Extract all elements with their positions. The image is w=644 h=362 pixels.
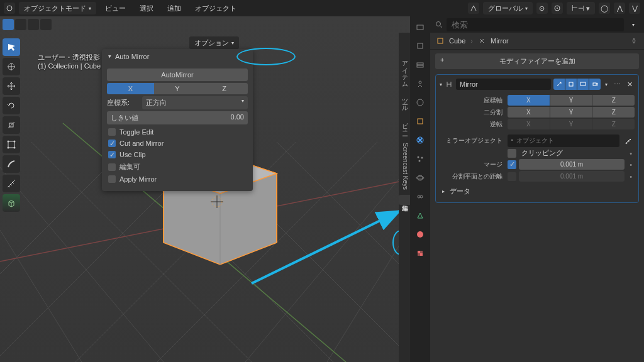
orientation-dropdown[interactable]: グローバル▾ [483, 2, 533, 14]
use-clip-check[interactable]: ✓Use Clip [107, 149, 248, 160]
merge-checkbox[interactable]: ✓ [508, 160, 516, 169]
ptab-viewlayer[interactable] [413, 58, 427, 72]
close-icon[interactable]: ✕ [625, 80, 635, 89]
svg-line-77 [440, 26, 442, 28]
mod-axis-x[interactable]: X [508, 95, 550, 106]
orientation-label: グローバル [488, 4, 523, 13]
pin-icon[interactable] [630, 37, 638, 45]
add-modifier-button[interactable]: + モディファイアーを追加 [435, 53, 639, 69]
select-mode-2[interactable] [15, 19, 26, 30]
editable-check[interactable]: 編集可 [107, 160, 248, 173]
orientation-icon[interactable] [468, 3, 479, 14]
vis-edit-icon[interactable] [553, 79, 565, 90]
extras-icon[interactable]: ⋯ [612, 80, 623, 89]
crumb-modifier[interactable]: Mirror [491, 37, 509, 45]
vis-cage-icon[interactable] [565, 79, 577, 90]
ptab-data[interactable] [413, 209, 427, 222]
tool-cursor[interactable] [3, 58, 20, 75]
axis-x[interactable]: X [107, 83, 154, 94]
viewport-3d[interactable]: ユーザー・透視投影 (1) Collection | Cube Z Y X オプ… [0, 16, 410, 362]
editor-type-icon[interactable] [4, 3, 15, 14]
chevron-down-icon[interactable]: ▾ [440, 82, 442, 87]
menu-add[interactable]: 追加 [162, 2, 186, 14]
tool-annotate[interactable] [3, 155, 20, 173]
ptab-particles[interactable] [413, 152, 427, 166]
toggle-edit-check[interactable]: Toggle Edit [107, 126, 248, 138]
dot-icon[interactable]: • [627, 150, 635, 157]
tab-tool[interactable]: ツール [399, 89, 410, 113]
select-mode-3[interactable] [28, 19, 39, 30]
menu-object[interactable]: オブジェクト [190, 2, 242, 14]
ptab-object[interactable] [413, 114, 427, 128]
svg-point-34 [14, 147, 16, 149]
eyedropper-icon[interactable] [622, 137, 635, 145]
chevron-right-icon[interactable]: ▸ [440, 189, 447, 194]
tool-scale[interactable] [3, 116, 20, 134]
crumb-object[interactable]: Cube [449, 37, 465, 45]
ptab-constraints[interactable] [413, 190, 427, 204]
mod-bisect-z[interactable]: Z [592, 107, 635, 118]
threshold-field[interactable]: しきい値0.00 [107, 111, 248, 124]
proportional-icon[interactable]: ◯ [599, 3, 610, 14]
modifier-icon [478, 37, 486, 45]
snap-dropdown[interactable]: ⊢⊣ ▾ [567, 2, 595, 14]
mode-dropdown[interactable]: オブジェクトモード▾ [19, 2, 96, 14]
n-panel-header[interactable]: ▸ Auto Mirror [102, 49, 253, 64]
snap-icon[interactable] [552, 3, 563, 14]
modifier-name-field[interactable]: Mirror [456, 79, 551, 90]
add-modifier-label: モディファイアーを追加 [499, 57, 575, 65]
search-input[interactable] [447, 18, 624, 31]
menu-select[interactable]: 選択 [135, 2, 158, 14]
ptab-world[interactable] [413, 96, 427, 109]
ptab-material[interactable] [413, 228, 427, 241]
tool-transform[interactable] [3, 136, 20, 153]
axis-z[interactable]: Z [201, 83, 248, 94]
svg-point-68 [418, 175, 423, 180]
tool-measure[interactable] [3, 175, 20, 192]
bisectdist-checkbox[interactable] [508, 172, 516, 181]
filter-icon[interactable]: ▾ [628, 19, 639, 30]
tool-select-box[interactable] [3, 38, 20, 56]
select-mode-4[interactable] [40, 19, 52, 30]
chevron-right-icon: › [470, 37, 473, 45]
data-section-label[interactable]: データ [450, 187, 470, 196]
modifier-visibility [553, 79, 601, 90]
cut-mirror-check[interactable]: ✓Cut and Mirror [107, 138, 248, 149]
dot-icon[interactable]: • [627, 173, 635, 180]
chevron-down-icon[interactable]: ▾ [603, 82, 609, 87]
options-button[interactable]: オプション ▾ [189, 36, 239, 49]
tab-screencast[interactable]: Screencast Keys [399, 138, 410, 195]
vis-viewport-icon[interactable] [577, 79, 589, 90]
mirror-object-field[interactable]: ▫オブジェクト [508, 134, 619, 147]
pivot-icon[interactable]: ⊙ [536, 3, 548, 14]
ptab-texture[interactable] [413, 246, 427, 260]
ptab-scene[interactable] [413, 77, 427, 90]
ptab-render[interactable] [413, 20, 427, 34]
tool-add-cube[interactable] [3, 194, 20, 212]
tool-move[interactable] [3, 77, 20, 95]
ptab-output[interactable] [413, 39, 427, 53]
apply-mirror-check[interactable]: Apply Mirror [107, 173, 248, 185]
axis-y[interactable]: Y [154, 83, 201, 94]
ptab-physics[interactable] [413, 171, 427, 185]
coord-dropdown[interactable]: 正方向▾ [142, 96, 248, 109]
tab-view[interactable]: ビュー [399, 113, 410, 138]
mod-bisect-y[interactable]: Y [550, 107, 592, 118]
clip-checkbox[interactable] [508, 149, 516, 158]
mod-axis-z[interactable]: Z [592, 95, 635, 106]
checkbox-icon [108, 128, 116, 136]
menu-view[interactable]: ビュー [100, 2, 131, 14]
ptab-modifier[interactable] [413, 133, 427, 147]
automirror-button[interactable]: AutoMirror [107, 69, 248, 81]
select-mode-1[interactable] [3, 19, 14, 30]
tab-item[interactable]: アイテム [399, 52, 410, 89]
tool-rotate[interactable] [3, 97, 20, 114]
dot-icon[interactable]: • [627, 161, 635, 168]
misc-icon-1[interactable]: ⋀ [614, 3, 625, 14]
tab-edit[interactable]: 編集 [399, 195, 410, 205]
mod-bisect-x[interactable]: X [508, 107, 550, 118]
mod-axis-y[interactable]: Y [550, 95, 592, 106]
merge-value[interactable]: 0.001 m [519, 159, 625, 170]
misc-icon-2[interactable]: ⋁ [629, 3, 640, 14]
vis-render-icon[interactable] [589, 79, 601, 90]
